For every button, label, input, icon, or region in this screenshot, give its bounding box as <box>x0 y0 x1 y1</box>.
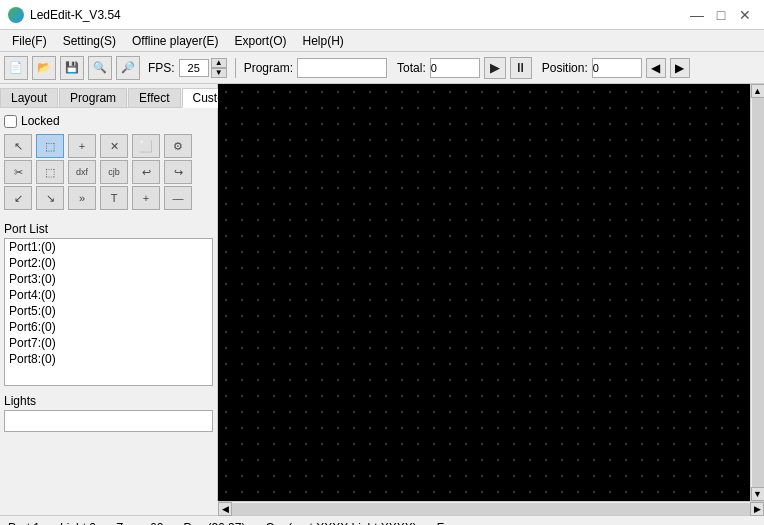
tool-diag1[interactable]: ↙ <box>4 186 32 210</box>
minimize-button[interactable]: — <box>686 4 708 26</box>
port-list-box[interactable]: Port1:(0) Port2:(0) Port3:(0) Port4:(0) … <box>4 238 213 386</box>
h-scroll-left[interactable]: ◀ <box>218 502 232 516</box>
open-button[interactable]: 📂 <box>32 56 56 80</box>
tool-settings[interactable]: ⚙ <box>164 134 192 158</box>
tool-redo[interactable]: ↪ <box>164 160 192 184</box>
nav-left-button[interactable]: ◀ <box>646 58 666 78</box>
dot-grid-svg <box>218 84 750 501</box>
tab-layout[interactable]: Layout <box>0 88 58 107</box>
save-button[interactable]: 💾 <box>60 56 84 80</box>
horizontal-scrollbar[interactable]: ◀ ▶ <box>218 501 764 515</box>
tool-delete[interactable]: ✕ <box>100 134 128 158</box>
position-label: Position: <box>542 61 588 75</box>
title-bar: LedEdit-K_V3.54 — □ ✕ <box>0 0 764 30</box>
app-icon <box>8 7 24 23</box>
lights-section: Lights <box>0 390 217 501</box>
svg-rect-1 <box>218 84 750 501</box>
tool-matrix[interactable]: ⬚ <box>36 134 64 158</box>
separator <box>235 58 236 78</box>
menu-export[interactable]: Export(O) <box>227 32 295 50</box>
menu-help[interactable]: Help(H) <box>295 32 352 50</box>
tab-bar: Layout Program Effect Custom ◀ ▶ <box>0 84 217 108</box>
tool-cut[interactable]: ✂ <box>4 160 32 184</box>
h-scroll-track[interactable] <box>232 503 750 515</box>
total-label: Total: <box>397 61 426 75</box>
new-button[interactable]: 📄 <box>4 56 28 80</box>
tool-matrix2[interactable]: ⬚ <box>36 160 64 184</box>
port-item-3[interactable]: Port3:(0) <box>5 271 212 287</box>
status-flag: F <box>437 521 444 526</box>
status-bar: Port:1 Light:0 Zoom:60 Pos:(26,27) Cur:(… <box>0 515 764 525</box>
port-item-8[interactable]: Port8:(0) <box>5 351 212 367</box>
fps-label: FPS: <box>148 61 175 75</box>
tool-undo[interactable]: ↩ <box>132 160 160 184</box>
menu-bar: File(F) Setting(S) Offline player(E) Exp… <box>0 30 764 52</box>
port-list-label: Port List <box>4 222 213 236</box>
port-list-section: Port List Port1:(0) Port2:(0) Port3:(0) … <box>0 218 217 390</box>
zoom-out-button[interactable]: 🔎 <box>116 56 140 80</box>
fps-spinner: ▲ ▼ <box>211 58 227 78</box>
fps-input[interactable] <box>179 59 209 77</box>
port-item-1[interactable]: Port1:(0) <box>5 239 212 255</box>
toolbar: 📄 📂 💾 🔍 🔎 FPS: ▲ ▼ Program: Total: ▶ ⏸ P… <box>0 52 764 84</box>
tool-forward[interactable]: » <box>68 186 96 210</box>
fps-up[interactable]: ▲ <box>211 58 227 68</box>
tool-sub[interactable]: — <box>164 186 192 210</box>
v-scroll-up[interactable]: ▲ <box>751 84 765 98</box>
tab-effect[interactable]: Effect <box>128 88 180 107</box>
program-input[interactable] <box>297 58 387 78</box>
status-pos: Pos:(26,27) <box>183 521 245 526</box>
tab-program[interactable]: Program <box>59 88 127 107</box>
canvas-area[interactable] <box>218 84 750 501</box>
tool-select[interactable]: ↖ <box>4 134 32 158</box>
locked-row: Locked <box>4 114 213 128</box>
canvas-row: ▲ ▼ <box>218 84 764 501</box>
port-item-5[interactable]: Port5:(0) <box>5 303 212 319</box>
h-scroll-right[interactable]: ▶ <box>750 502 764 516</box>
locked-label: Locked <box>21 114 60 128</box>
window-title: LedEdit-K_V3.54 <box>30 8 686 22</box>
lights-label: Lights <box>4 394 213 408</box>
maximize-button[interactable]: □ <box>710 4 732 26</box>
tool-add2[interactable]: + <box>132 186 160 210</box>
fps-group: ▲ ▼ <box>179 58 227 78</box>
play-button[interactable]: ▶ <box>484 57 506 79</box>
total-input[interactable] <box>430 58 480 78</box>
tool-text[interactable]: T <box>100 186 128 210</box>
tool-add[interactable]: + <box>68 134 96 158</box>
nav-right-button[interactable]: ▶ <box>670 58 690 78</box>
tool-area: Locked ↖ ⬚ + ✕ ⬜ ⚙ ✂ ⬚ dxf cjb ↩ ↪ ↙ ↘ »… <box>0 108 217 218</box>
position-input[interactable] <box>592 58 642 78</box>
tool-grid: ↖ ⬚ + ✕ ⬜ ⚙ ✂ ⬚ dxf cjb ↩ ↪ ↙ ↘ » T + — <box>4 134 213 210</box>
status-zoom: Zoom:60 <box>116 521 163 526</box>
title-bar-buttons: — □ ✕ <box>686 4 756 26</box>
status-cur: Cur:(port:XXXX,Light:XXXX) <box>265 521 416 526</box>
port-item-2[interactable]: Port2:(0) <box>5 255 212 271</box>
pause-button[interactable]: ⏸ <box>510 57 532 79</box>
tool-diag2[interactable]: ↘ <box>36 186 64 210</box>
locked-checkbox[interactable] <box>4 115 17 128</box>
status-light: Light:0 <box>60 521 96 526</box>
status-port: Port:1 <box>8 521 40 526</box>
lights-input[interactable] <box>4 410 213 432</box>
v-scroll-track[interactable] <box>752 98 764 487</box>
close-button[interactable]: ✕ <box>734 4 756 26</box>
v-scroll-down[interactable]: ▼ <box>751 487 765 501</box>
tool-rect-select[interactable]: ⬜ <box>132 134 160 158</box>
menu-setting[interactable]: Setting(S) <box>55 32 124 50</box>
left-panel: Layout Program Effect Custom ◀ ▶ Locked … <box>0 84 218 501</box>
zoom-in-button[interactable]: 🔍 <box>88 56 112 80</box>
menu-file[interactable]: File(F) <box>4 32 55 50</box>
port-item-6[interactable]: Port6:(0) <box>5 319 212 335</box>
program-label: Program: <box>244 61 293 75</box>
vertical-scrollbar[interactable]: ▲ ▼ <box>750 84 764 501</box>
fps-down[interactable]: ▼ <box>211 68 227 78</box>
tool-dxf[interactable]: dxf <box>68 160 96 184</box>
port-item-7[interactable]: Port7:(0) <box>5 335 212 351</box>
menu-offline[interactable]: Offline player(E) <box>124 32 226 50</box>
port-item-4[interactable]: Port4:(0) <box>5 287 212 303</box>
main-area: Layout Program Effect Custom ◀ ▶ Locked … <box>0 84 764 501</box>
tool-cjb[interactable]: cjb <box>100 160 128 184</box>
